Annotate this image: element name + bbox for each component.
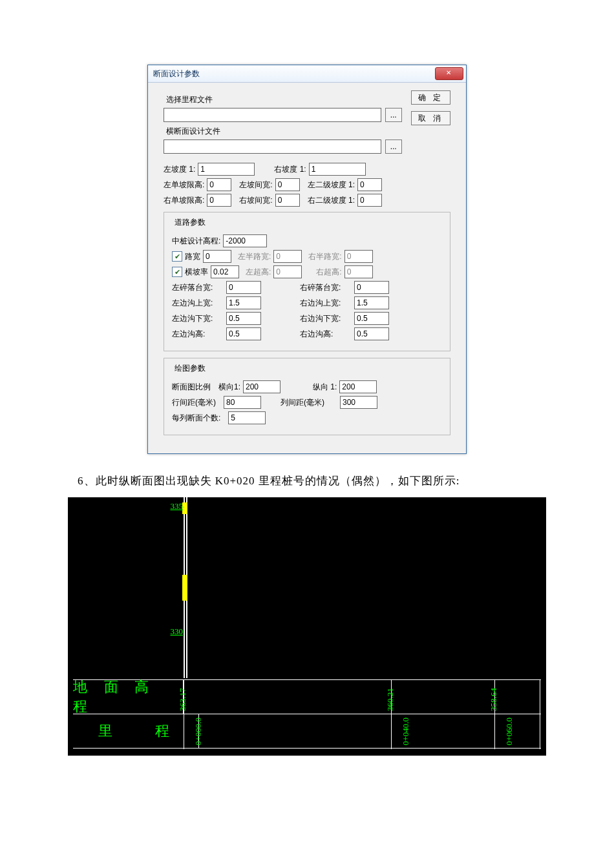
mile-v1: 0+040.0 (401, 718, 411, 745)
road-params-title: 道路参数 (172, 217, 208, 228)
left-super-input (273, 265, 302, 278)
mileage-row: 里 程 0+000.0 0+040.0 0+060.0 (73, 714, 541, 749)
draw-params-group: 绘图参数 断面图比例 横向1: 纵向 1: 行间距(毫米) 列间距(毫米) (164, 358, 450, 435)
right-ditch-top-input[interactable] (354, 296, 389, 309)
right-ditch-h-label: 右边沟高: (300, 329, 352, 340)
left-slope-gap-input[interactable] (275, 178, 300, 191)
vert-input[interactable] (339, 380, 377, 393)
horiz-input[interactable] (243, 380, 281, 393)
left-half-width-label: 左半路宽: (238, 251, 271, 262)
profile-chart: 335 330 地 面 高 程 363.17 360.21 358.64 里 程… (68, 497, 546, 756)
row-gap-label: 行间距(毫米) (172, 397, 216, 408)
section-design-dialog: 断面设计参数 ✕ 选择里程文件 ... 横断面设计文件 ... (147, 65, 467, 454)
profile-table: 地 面 高 程 363.17 360.21 358.64 里 程 0+000.0… (73, 679, 541, 749)
vert-label: 纵向 1: (313, 382, 337, 393)
close-icon: ✕ (446, 69, 452, 76)
elevation-row-label: 地 面 高 程 (73, 680, 184, 714)
right-ditch-h-input[interactable] (354, 327, 389, 340)
marker-mid (182, 575, 187, 601)
marker-top (182, 502, 187, 514)
mileage-row-data: 0+000.0 0+040.0 0+060.0 (199, 714, 541, 748)
titlebar: 断面设计参数 ✕ (148, 65, 466, 83)
left-ditch-top-input[interactable] (226, 296, 261, 309)
document-page: 断面设计参数 ✕ 选择里程文件 ... 横断面设计文件 ... (0, 0, 614, 794)
mileage-file-input[interactable] (164, 108, 381, 122)
mileage-row-label: 里 程 (73, 714, 199, 748)
left-slope-label: 左坡度 1: (164, 164, 195, 175)
left-ditch-top-label: 左边沟上宽: (172, 298, 224, 309)
right-ditch-bot-input[interactable] (354, 312, 389, 325)
close-button[interactable]: ✕ (435, 67, 463, 80)
ok-button[interactable]: 确 定 (411, 90, 450, 105)
right-slope-gap-input[interactable] (275, 194, 300, 207)
y-tick-335: 335 (171, 501, 184, 512)
right-slope-input[interactable] (309, 163, 366, 176)
right-single-slope-h-label: 右单坡限高: (164, 195, 204, 206)
left-ditch-h-label: 左边沟高: (172, 329, 224, 340)
right-bench-w-input[interactable] (354, 281, 389, 294)
draw-params-title: 绘图参数 (172, 363, 208, 374)
caption-text: 6、此时纵断面图出现缺失 K0+020 里程桩号的情况（偶然），如下图所示: (78, 473, 614, 488)
left-sec-slope-input[interactable] (357, 178, 382, 191)
dialog-body: 选择里程文件 ... 横断面设计文件 ... 确 定 取 消 (148, 83, 466, 453)
per-col-input[interactable] (228, 411, 266, 424)
cross-slope-input[interactable] (211, 265, 239, 278)
elev-v2: 358.64 (489, 688, 499, 711)
cross-section-browse-button[interactable]: ... (385, 140, 402, 154)
horiz-label: 横向1: (218, 382, 240, 393)
mile-v2: 0+060.0 (504, 718, 514, 745)
cancel-button[interactable]: 取 消 (411, 111, 450, 125)
left-ditch-h-input[interactable] (226, 327, 261, 340)
cross-slope-checkbox[interactable]: ✔ (172, 267, 182, 277)
left-single-slope-h-label: 左单坡限高: (164, 180, 204, 191)
per-col-label: 每列断面个数: (172, 413, 220, 424)
scale-label: 断面图比例 (172, 382, 211, 393)
mileage-browse-button[interactable]: ... (385, 108, 402, 122)
left-half-width-input (273, 250, 302, 263)
col-gap-label: 列间距(毫米) (281, 397, 324, 408)
right-slope-gap-label: 右坡间宽: (239, 195, 272, 206)
elevation-row-data: 363.17 360.21 358.64 (184, 680, 541, 714)
col-gap-input[interactable] (340, 396, 377, 409)
left-bench-w-label: 左碎落台宽: (172, 282, 224, 293)
left-slope-input[interactable] (198, 163, 255, 176)
cross-section-file-label: 横断面设计文件 (166, 126, 402, 137)
elev-v1: 360.21 (385, 688, 396, 711)
row-gap-input[interactable] (224, 396, 261, 409)
select-mileage-label: 选择里程文件 (166, 94, 402, 105)
right-ditch-top-label: 右边沟上宽: (300, 298, 352, 309)
right-sec-slope-input[interactable] (357, 194, 382, 207)
road-width-cb-label: 路宽 (185, 251, 200, 262)
y-tick-330: 330 (171, 626, 184, 637)
right-bench-w-label: 右碎落台宽: (300, 282, 352, 293)
left-ditch-bot-label: 左边沟下宽: (172, 313, 224, 324)
right-super-input (344, 265, 373, 278)
left-sec-slope-label: 左二级坡度 1: (308, 180, 355, 191)
left-super-label: 左超高: (246, 267, 271, 278)
left-single-slope-h-input[interactable] (207, 178, 231, 191)
right-half-width-label: 右半路宽: (308, 251, 341, 262)
road-width-checkbox[interactable]: ✔ (172, 251, 182, 262)
left-slope-gap-label: 左坡间宽: (239, 180, 272, 191)
right-half-width-input (344, 250, 373, 263)
right-sec-slope-label: 右二级坡度 1: (308, 195, 355, 206)
road-width-input[interactable] (203, 250, 231, 263)
center-stake-elev-input[interactable] (223, 234, 267, 247)
left-ditch-bot-input[interactable] (226, 312, 261, 325)
right-super-label: 右超高: (316, 267, 341, 278)
cross-slope-cb-label: 横坡率 (185, 267, 208, 278)
right-slope-label: 右坡度 1: (274, 164, 306, 175)
elevation-row: 地 面 高 程 363.17 360.21 358.64 (73, 679, 541, 714)
cross-section-file-input[interactable] (164, 140, 381, 154)
right-single-slope-h-input[interactable] (207, 194, 231, 207)
right-ditch-bot-label: 右边沟下宽: (300, 313, 352, 324)
road-params-group: 道路参数 中桩设计高程: ✔ 路宽 左半路宽: 右半路宽: (164, 212, 450, 351)
left-bench-w-input[interactable] (226, 281, 261, 294)
elev-v0: 363.17 (178, 688, 188, 711)
mile-v0: 0+000.0 (193, 718, 204, 745)
center-stake-elev-label: 中桩设计高程: (172, 236, 220, 247)
dialog-title: 断面设计参数 (153, 68, 200, 79)
